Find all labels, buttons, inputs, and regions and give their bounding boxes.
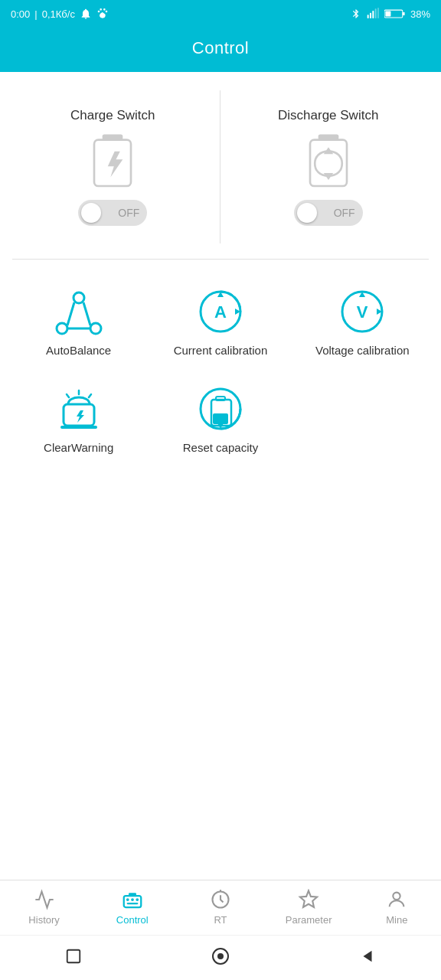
page-title: Control bbox=[0, 38, 441, 58]
discharge-battery-icon bbox=[302, 131, 355, 192]
svg-point-16 bbox=[90, 323, 101, 334]
svg-point-42 bbox=[394, 893, 400, 900]
svg-point-14 bbox=[57, 323, 67, 334]
control-nav-icon bbox=[121, 888, 144, 911]
nav-parameter[interactable]: Parameter bbox=[265, 888, 353, 926]
switch-divider bbox=[220, 90, 220, 243]
svg-rect-43 bbox=[67, 950, 80, 963]
svg-point-45 bbox=[217, 953, 224, 959]
discharge-toggle-knob bbox=[297, 203, 317, 223]
svg-rect-6 bbox=[403, 12, 405, 15]
rt-nav-icon bbox=[209, 888, 232, 911]
discharge-toggle[interactable]: OFF bbox=[294, 200, 363, 226]
svg-line-26 bbox=[67, 394, 69, 397]
nav-history[interactable]: History bbox=[0, 888, 88, 926]
status-speed: 0,1Кб/с bbox=[42, 8, 75, 20]
paw-icon bbox=[96, 8, 109, 20]
parameter-nav-icon bbox=[297, 888, 320, 911]
svg-rect-38 bbox=[129, 893, 136, 896]
current-calibration-label: Current calibration bbox=[174, 344, 268, 357]
parameter-nav-label: Parameter bbox=[286, 914, 332, 926]
autobalance-icon bbox=[54, 287, 103, 336]
svg-point-15 bbox=[74, 292, 84, 303]
mine-nav-icon bbox=[385, 888, 408, 911]
content-spacer bbox=[0, 477, 441, 880]
discharge-switch-label: Discharge Switch bbox=[278, 108, 378, 123]
svg-line-18 bbox=[83, 302, 90, 325]
mine-nav-label: Mine bbox=[386, 914, 407, 926]
battery-percent: 38% bbox=[410, 8, 430, 20]
nav-rt[interactable]: RT bbox=[176, 888, 264, 926]
svg-line-17 bbox=[67, 302, 74, 325]
svg-rect-32 bbox=[213, 413, 228, 424]
bottom-navigation: History Control RT bbox=[0, 880, 441, 935]
back-icon bbox=[359, 948, 376, 965]
clear-warning-label: ClearWarning bbox=[44, 441, 113, 454]
switch-row: Charge Switch OFF Discharge Switch bbox=[0, 72, 441, 259]
voltage-calibration-button[interactable]: V Voltage calibration bbox=[292, 275, 433, 372]
svg-marker-41 bbox=[300, 890, 317, 907]
main-content: Charge Switch OFF Discharge Switch bbox=[0, 72, 441, 880]
charge-toggle-knob bbox=[81, 203, 101, 223]
rt-nav-label: RT bbox=[214, 914, 227, 926]
current-calibration-button[interactable]: A Current calibration bbox=[149, 275, 291, 372]
charge-switch-item: Charge Switch OFF bbox=[19, 108, 207, 226]
autobalance-button[interactable]: AutoBalance bbox=[8, 275, 149, 372]
bluetooth-icon bbox=[351, 8, 361, 20]
nav-mine[interactable]: Mine bbox=[353, 888, 441, 926]
app-header: Control bbox=[0, 28, 441, 72]
svg-rect-4 bbox=[377, 8, 379, 18]
svg-text:A: A bbox=[214, 302, 227, 322]
android-square-button[interactable] bbox=[60, 943, 87, 969]
charge-toggle-state: OFF bbox=[118, 207, 139, 219]
home-circle-icon bbox=[211, 947, 230, 965]
svg-rect-31 bbox=[216, 397, 225, 400]
android-back-button[interactable] bbox=[354, 943, 381, 969]
status-right: 38% bbox=[351, 8, 430, 20]
status-bar: 0:00 | 0,1Кб/с 38% bbox=[0, 0, 441, 28]
signal-icon bbox=[366, 8, 380, 20]
clear-warning-icon bbox=[54, 384, 103, 433]
clear-warning-button[interactable]: ClearWarning bbox=[8, 372, 149, 469]
svg-rect-0 bbox=[368, 15, 369, 18]
svg-rect-2 bbox=[372, 11, 374, 18]
svg-rect-1 bbox=[370, 13, 371, 18]
discharge-switch-item: Discharge Switch OFF bbox=[234, 108, 422, 226]
voltage-calibration-label: Voltage calibration bbox=[315, 344, 410, 357]
svg-marker-46 bbox=[364, 951, 372, 962]
svg-rect-3 bbox=[375, 8, 377, 18]
charge-toggle[interactable]: OFF bbox=[78, 200, 147, 226]
charge-battery-icon bbox=[86, 131, 139, 192]
history-nav-label: History bbox=[28, 914, 59, 926]
charge-switch-label: Charge Switch bbox=[70, 108, 155, 123]
status-left: 0:00 | 0,1Кб/с bbox=[11, 8, 109, 20]
reset-capacity-button[interactable]: Reset capacity bbox=[149, 372, 291, 469]
nav-control[interactable]: Control bbox=[88, 888, 176, 926]
history-nav-icon bbox=[33, 888, 56, 911]
discharge-toggle-state: OFF bbox=[334, 207, 355, 219]
android-home-button[interactable] bbox=[207, 943, 234, 969]
square-icon bbox=[65, 948, 82, 965]
alarm-icon bbox=[80, 8, 92, 20]
svg-rect-7 bbox=[385, 11, 390, 17]
action-grid: AutoBalance A Current calibration V bbox=[0, 260, 441, 477]
voltage-calibration-icon: V bbox=[338, 287, 387, 336]
current-calibration-icon: A bbox=[196, 287, 245, 336]
svg-rect-33 bbox=[124, 896, 142, 907]
status-divider: | bbox=[34, 8, 37, 20]
svg-text:V: V bbox=[357, 302, 368, 322]
battery-status-icon bbox=[384, 8, 406, 20]
android-navigation bbox=[0, 935, 441, 980]
reset-capacity-icon bbox=[196, 384, 245, 433]
reset-capacity-label: Reset capacity bbox=[183, 441, 258, 454]
svg-rect-28 bbox=[60, 426, 97, 429]
status-time: 0:00 bbox=[11, 8, 30, 20]
control-nav-label: Control bbox=[116, 914, 149, 926]
svg-line-27 bbox=[89, 394, 91, 397]
autobalance-label: AutoBalance bbox=[46, 344, 111, 357]
